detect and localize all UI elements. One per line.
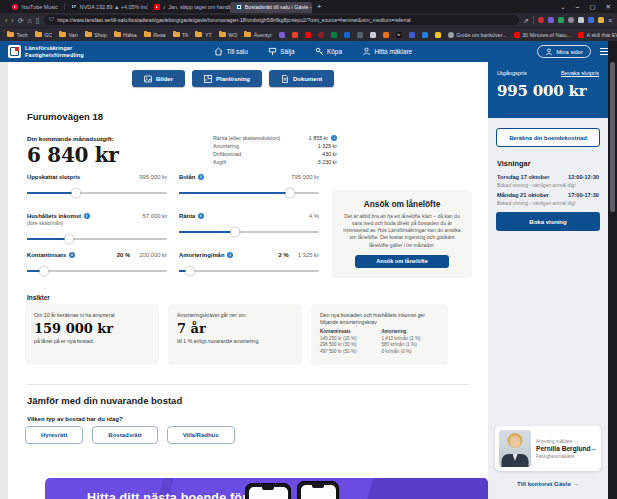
slider-handle[interactable] [65, 234, 74, 243]
bookmark-site-icon[interactable] [318, 32, 324, 38]
app-promo-banner[interactable]: Hitta ditt nästa boende först [45, 478, 488, 499]
extension-yellow-icon[interactable] [598, 17, 604, 23]
nav-kopa[interactable]: Köpa [315, 47, 342, 56]
tradingview-icon[interactable]: tv [396, 32, 402, 38]
breakdown-row: Amortering 1 325 kr [213, 142, 337, 150]
compare-title: Jämför med din nuvarande bostad [27, 395, 182, 406]
option-villa-radhus[interactable]: Villa/Radhus [167, 426, 235, 444]
slider-handle[interactable] [285, 188, 294, 197]
extension-note-icon[interactable] [578, 17, 584, 23]
tab-youtube-video[interactable]: ♪ Jan, släpp taget om handbrom... [148, 2, 230, 13]
shield-icon[interactable]: 🛡 [49, 17, 55, 23]
bookmark-folder[interactable]: GC [35, 32, 52, 38]
watch-price-link[interactable]: Bevaka slutpris [561, 70, 599, 76]
ranta-slider[interactable] [179, 231, 319, 233]
slutpris-slider[interactable] [27, 192, 167, 194]
adblock-icon[interactable] [538, 17, 544, 23]
tradingview-icon: 17 [71, 4, 77, 10]
slider-handle[interactable] [231, 227, 240, 236]
info-icon[interactable] [84, 213, 90, 219]
info-icon[interactable] [198, 213, 204, 219]
info-icon[interactable] [331, 135, 337, 141]
bookmark-folder[interactable]: Van [59, 32, 78, 38]
tab-nvda-index[interactable]: 17 NVDA 132.89 ▲ +4.05% Index [65, 2, 147, 13]
extension-purple-icon[interactable] [548, 17, 554, 23]
bilder-button[interactable]: Bilder [132, 70, 185, 87]
page-scrollbar[interactable] [608, 41, 617, 499]
youtube-icon [578, 32, 584, 38]
bookmark-link[interactable]: Guide om banköver... [448, 32, 507, 38]
key-icon [315, 47, 324, 56]
viewing-item[interactable]: Torsdag 17 oktober 12:00-12:30 Bokad vis… [497, 174, 599, 188]
extension-blue-icon[interactable] [588, 17, 594, 23]
loan-offer-button[interactable]: Ansök om lånelöfte [355, 255, 449, 268]
list-tabs-icon[interactable]: ⌄ [560, 3, 565, 11]
new-tab-button[interactable]: + [317, 2, 322, 11]
bookmark-folder[interactable]: TA [173, 32, 189, 38]
bookmark-site-icon[interactable] [383, 32, 389, 38]
bookmark-site-icon[interactable] [357, 32, 363, 38]
info-icon[interactable] [198, 174, 204, 180]
bookmark-site-icon[interactable] [370, 32, 376, 38]
price-label: Utgångspris [497, 70, 527, 76]
planlosning-button[interactable]: Planlösning [192, 70, 262, 87]
nav-hitta-maklare[interactable]: Hitta mäklare [362, 47, 412, 56]
nav-till-salu[interactable]: Till salu [214, 47, 248, 56]
slider-handle[interactable] [72, 188, 81, 197]
extension-green-icon[interactable] [558, 17, 564, 23]
youtube-music-icon [12, 4, 18, 10]
bookmark-folder[interactable]: YT [195, 32, 211, 38]
bookmark-folder[interactable]: Tech [7, 32, 28, 38]
bookmark-link[interactable]: 30 Minutes of Natu... [514, 32, 571, 38]
info-icon[interactable] [69, 252, 75, 258]
option-bostadsratt[interactable]: Bostadsrätt [92, 426, 157, 444]
forward-icon[interactable]: › [11, 17, 13, 24]
bookmark-site-icon[interactable] [435, 32, 441, 38]
bookmark-link[interactable]: A skill that EVERYO... [578, 32, 617, 38]
back-icon[interactable]: ‹ [5, 17, 7, 24]
minimize-icon[interactable]: – [576, 3, 580, 10]
dokument-button[interactable]: Dokument [269, 70, 334, 87]
menu-icon[interactable]: ≡ [608, 17, 612, 24]
youtube-icon[interactable] [305, 32, 311, 38]
send-to-device-icon[interactable]: ⇗ [523, 17, 529, 24]
maximize-icon[interactable]: ▢ [589, 3, 595, 11]
lansforsakringar-logo[interactable] [8, 45, 21, 58]
gmail-icon[interactable] [292, 32, 298, 38]
slider-handle[interactable] [186, 266, 195, 275]
slider-handle[interactable] [39, 266, 48, 275]
option-hyresratt[interactable]: Hyresrätt [25, 426, 83, 444]
bookmark-folder[interactable]: Hälsa [114, 32, 137, 38]
bookmark-site-icon[interactable] [344, 32, 350, 38]
bookmark-folder[interactable]: Äventyr [244, 32, 271, 38]
bookmark-site-icon[interactable] [279, 32, 285, 38]
amortering-slider[interactable] [179, 270, 319, 272]
bookmark-site-icon[interactable] [331, 32, 337, 38]
url-bar[interactable]: 🛡 https://www.lansfast.se/till-salu/bost… [44, 15, 519, 25]
bolan-slider[interactable] [179, 192, 319, 194]
reload-icon[interactable]: ⟳ [18, 17, 24, 24]
bookmark-folder[interactable]: Resa [144, 32, 166, 38]
device-icon[interactable]: ▯ [36, 17, 40, 24]
tab-lansfast-active[interactable]: Bostadsrätt till salu i Gävle - F... ✕ [230, 2, 312, 13]
inkomst-slider[interactable] [27, 238, 167, 240]
extension-bell-icon[interactable] [568, 17, 574, 23]
viewing-item[interactable]: Måndag 21 oktober 17:00-17:30 Bokad visn… [497, 192, 599, 206]
nav-salja[interactable]: Sälja [268, 47, 295, 56]
brand-name[interactable]: Länsförsäkringar Fastighetsförmedling [25, 45, 84, 58]
bookmark-site-icon[interactable] [409, 32, 415, 38]
home-icon[interactable]: ⌂ [28, 17, 32, 24]
info-icon[interactable] [227, 252, 233, 258]
bookmark-folder[interactable]: Shop [85, 32, 107, 38]
mina-sidor-button[interactable]: Mina sidor [537, 45, 591, 58]
office-link[interactable]: Till kontoret Gävle → [488, 480, 608, 487]
calc-cost-button[interactable]: Beräkna din boendekostnad [496, 128, 600, 147]
tab-youtube-music[interactable]: YouTube Music [6, 2, 64, 13]
book-viewing-button[interactable]: Boka visning [496, 212, 600, 231]
kontantinsats-slider[interactable] [27, 270, 167, 272]
bookmark-folder[interactable]: WO [219, 32, 238, 38]
close-window-icon[interactable]: ✕ [606, 3, 611, 11]
scrollbar-thumb[interactable] [610, 62, 615, 212]
bookmark-site-icon[interactable] [422, 32, 428, 38]
agent-card[interactable]: Ansvarig mäklare Pernilla Berglund Fasti… [495, 426, 601, 471]
